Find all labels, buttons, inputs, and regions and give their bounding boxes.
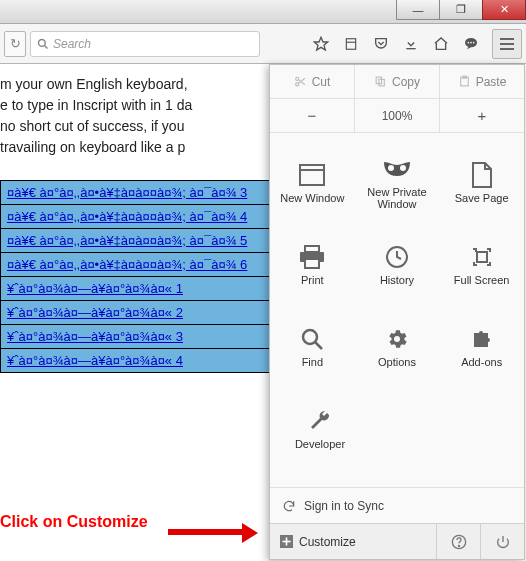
annotation-text: Click on Customize (0, 513, 148, 531)
fullscreen-icon (470, 245, 494, 269)
history-button[interactable]: History (355, 223, 440, 305)
svg-point-0 (39, 39, 46, 46)
nav-toolbar: ↻ Search (0, 24, 526, 64)
svg-rect-26 (477, 252, 487, 262)
window-title-bar: — ❐ ✕ (0, 0, 526, 24)
search-box[interactable]: Search (30, 31, 260, 57)
annotation-arrow (168, 526, 258, 536)
mask-icon (382, 160, 412, 178)
table-row[interactable]: ¤à¥€ à¤°à¤‚,à¤•à¥‡à¤à¤¤à¤¾; à¤¯à¤¾ 6 (1, 252, 269, 276)
body-text-line: no short cut of success, if you (0, 118, 184, 134)
addons-button[interactable]: Add-ons (439, 305, 524, 387)
svg-rect-3 (346, 38, 355, 49)
chat-icon[interactable] (458, 31, 484, 57)
zoom-in-button[interactable]: + (439, 99, 524, 132)
grid-label: New Window (280, 192, 344, 204)
restore-button[interactable]: ❐ (439, 0, 483, 20)
cut-button[interactable]: Cut (270, 65, 354, 98)
svg-rect-22 (305, 246, 319, 252)
search-icon (37, 38, 49, 50)
body-text-line: e to type in Inscript with in 1 da (0, 97, 192, 113)
pocket-icon[interactable] (368, 31, 394, 57)
table-row[interactable]: ¥ˆà¤°à¤¾à¤—à¥à¤°à¤¾à¤« 4 (1, 348, 269, 372)
cut-label: Cut (312, 75, 331, 89)
grid-label: Print (301, 274, 324, 286)
svg-marker-2 (314, 37, 327, 50)
puzzle-icon (470, 327, 494, 351)
bookmark-star-icon[interactable] (308, 31, 334, 57)
link-table: ¤à¥€ à¤°à¤‚,à¤•à¥‡à¤à¤¤à¤¾; à¤¯à¤¾ 3 ¤à¥… (0, 180, 270, 373)
table-row[interactable]: ¤à¥€ à¤°à¤‚,à¤•à¥‡à¤à¤¤à¤¾; à¤¯à¤¾ 3 (1, 181, 269, 204)
svg-line-1 (45, 45, 48, 48)
minimize-button[interactable]: — (396, 0, 440, 20)
bookmarks-list-icon[interactable] (338, 31, 364, 57)
copy-icon (374, 75, 387, 88)
grid-label: Options (378, 356, 416, 368)
grid-label: Full Screen (454, 274, 510, 286)
zoom-level[interactable]: 100% (354, 99, 439, 132)
zoom-out-button[interactable]: − (270, 99, 354, 132)
help-icon (451, 534, 467, 550)
table-row[interactable]: ¤à¥€ à¤°à¤‚,à¤•à¥‡à¤à¤¤à¤¾; à¤¯à¤¾ 4 (1, 204, 269, 228)
scissors-icon (294, 75, 307, 88)
find-button[interactable]: Find (270, 305, 355, 387)
table-row[interactable]: ¥ˆà¤°à¤¾à¤—à¥à¤°à¤¾à¤« 1 (1, 276, 269, 300)
search-icon (300, 327, 324, 351)
sync-icon (282, 499, 296, 513)
help-button[interactable] (436, 524, 480, 559)
customize-label: Customize (299, 535, 356, 549)
svg-point-35 (458, 545, 459, 546)
body-text-line: m your own English keyboard, (0, 76, 188, 92)
sign-in-label: Sign in to Sync (304, 499, 384, 513)
svg-rect-24 (305, 259, 319, 268)
fullscreen-button[interactable]: Full Screen (439, 223, 524, 305)
save-page-button[interactable]: Save Page (439, 141, 524, 223)
table-row[interactable]: ¥ˆà¤°à¤¾à¤—à¥à¤°à¤¾à¤« 3 (1, 324, 269, 348)
table-row[interactable]: ¥ˆà¤°à¤¾à¤—à¥à¤°à¤¾à¤« 2 (1, 300, 269, 324)
svg-point-11 (295, 83, 298, 86)
paste-label: Paste (476, 75, 507, 89)
svg-point-7 (468, 41, 470, 43)
menu-button[interactable] (492, 29, 522, 59)
options-button[interactable]: Options (355, 305, 440, 387)
grid-label: Developer (295, 438, 345, 450)
reload-button[interactable]: ↻ (4, 31, 26, 57)
window-icon (299, 164, 325, 186)
grid-label: Add-ons (461, 356, 502, 368)
search-placeholder: Search (53, 37, 91, 51)
printer-icon (299, 245, 325, 269)
exit-button[interactable] (480, 524, 524, 559)
grid-label: History (380, 274, 414, 286)
sign-in-sync-button[interactable]: Sign in to Sync (270, 487, 524, 523)
customize-button[interactable]: Customize (270, 524, 436, 559)
svg-rect-5 (406, 48, 415, 49)
svg-point-21 (400, 165, 406, 171)
page-content: m your own English keyboard, e to type i… (0, 64, 270, 373)
clock-icon (385, 245, 409, 269)
close-button[interactable]: ✕ (482, 0, 526, 20)
hamburger-icon (500, 43, 514, 45)
downloads-icon[interactable] (398, 31, 424, 57)
plus-box-icon (280, 535, 293, 548)
table-row[interactable]: ¤à¥€ à¤°à¤‚,à¤•à¥‡à¤à¤¤à¤¾; à¤¯à¤¾ 5 (1, 228, 269, 252)
svg-point-27 (303, 330, 317, 344)
svg-point-8 (470, 41, 472, 43)
power-icon (495, 534, 511, 550)
print-button[interactable]: Print (270, 223, 355, 305)
developer-button[interactable]: Developer (278, 387, 362, 469)
svg-point-30 (394, 336, 400, 342)
svg-point-20 (388, 165, 394, 171)
svg-line-28 (315, 342, 322, 349)
svg-rect-18 (300, 165, 324, 185)
home-icon[interactable] (428, 31, 454, 57)
copy-button[interactable]: Copy (354, 65, 439, 98)
hamburger-menu-panel: Cut Copy Paste − 100% + New Window New P… (269, 64, 525, 560)
page-icon (472, 162, 492, 188)
paste-button[interactable]: Paste (439, 65, 524, 98)
new-private-window-button[interactable]: New Private Window (355, 141, 440, 223)
new-window-button[interactable]: New Window (270, 141, 355, 223)
paste-icon (458, 75, 471, 88)
grid-label: Save Page (455, 192, 509, 204)
wrench-icon (308, 409, 332, 433)
svg-point-10 (295, 77, 298, 80)
